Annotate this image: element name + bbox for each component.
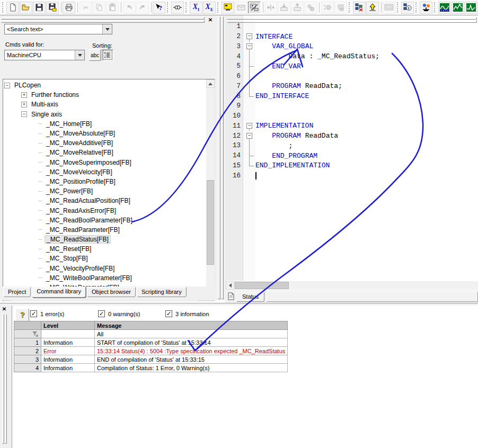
tree-leaf[interactable]: _MC_Reset[FB] — [4, 244, 206, 254]
tab-status[interactable]: Status — [236, 292, 264, 302]
tree-leaf[interactable]: _MC_MoveRelative[FB] — [4, 148, 206, 157]
toolbar-grip[interactable] — [185, 2, 188, 13]
commissioning-icon[interactable] — [420, 2, 432, 14]
new-document-icon[interactable] — [6, 2, 19, 14]
scrollbar-thumb[interactable] — [207, 180, 214, 265]
help-button[interactable]: ? — [15, 309, 29, 321]
assign-target-icon[interactable] — [334, 2, 347, 14]
expand-icon[interactable]: + — [21, 92, 27, 98]
search-combo[interactable]: <Search text> — [4, 24, 112, 34]
trace-1-icon[interactable] — [438, 2, 451, 14]
variable-xi-icon[interactable]: XI — [190, 2, 202, 14]
open-project-icon[interactable] — [20, 2, 32, 14]
tab-command-library[interactable]: Command library — [32, 286, 86, 298]
save-compile-icon[interactable] — [46, 2, 59, 14]
toolbar-grip[interactable] — [415, 2, 418, 13]
tab-project[interactable]: Project — [3, 287, 31, 297]
st-code-editor[interactable]: 1 2INTERFACE 3 VAR_GLOBAL 4 Data : _MC_R… — [226, 15, 478, 281]
copy-icon[interactable] — [93, 2, 105, 14]
table-row[interactable]: 4 Information Compilation of Status: 1 E… — [14, 364, 288, 372]
tree-leaf[interactable]: _MC_Power[FB] — [4, 186, 206, 196]
monitor-screen-icon[interactable] — [383, 2, 395, 14]
download-target-icon[interactable] — [278, 2, 290, 14]
filter-level-cell[interactable] — [41, 330, 95, 338]
fold-collapse-icon[interactable] — [244, 131, 255, 141]
tree-node-multi-axis[interactable]: + Multi-axis — [4, 100, 206, 109]
expand-icon[interactable]: + — [21, 102, 27, 107]
fold-collapse-icon[interactable] — [244, 121, 255, 131]
toolbar-grip[interactable] — [349, 2, 351, 13]
filter-information[interactable]: ✓ 3 information — [165, 310, 209, 317]
tree-leaf[interactable]: _MC_Home[FB] — [4, 119, 206, 129]
target-system-offline-icon[interactable] — [248, 2, 261, 14]
toolbar-grip[interactable] — [397, 2, 400, 13]
tree-node-single-axis[interactable]: − Single axis — [4, 110, 206, 119]
panel-splitter[interactable] — [216, 15, 226, 300]
object-state-icon[interactable] — [321, 2, 334, 14]
sort-alphabetical-button[interactable]: abc — [89, 49, 101, 61]
tab-object-browser[interactable]: Object browser — [87, 287, 136, 297]
trace-3-icon[interactable] — [465, 2, 477, 14]
paste-icon[interactable] — [106, 2, 119, 14]
context-help-icon[interactable]: ? — [153, 2, 165, 14]
device-combo[interactable]: MachineCPU — [4, 50, 85, 60]
tree-leaf[interactable]: _MC_MoveSuperimposed[FB] — [4, 158, 206, 167]
information-checkbox[interactable]: ✓ — [165, 310, 172, 317]
compile-check-network-icon[interactable] — [353, 2, 366, 14]
toolbar-grip[interactable] — [2, 2, 5, 13]
scroll-left-icon[interactable] — [226, 281, 234, 290]
table-row[interactable]: 3 Information END of compilation of 'Sta… — [14, 355, 288, 364]
sort-list-button[interactable] — [102, 49, 113, 61]
editor-horizontal-scrollbar[interactable] — [226, 281, 478, 290]
tab-scripting-library[interactable]: Scripting library — [137, 287, 187, 297]
tree-leaf[interactable]: _MC_MoveAbsolute[FB] — [4, 129, 206, 138]
errors-checkbox[interactable]: ✓ — [30, 310, 37, 317]
table-row[interactable]: 1 Information START of compilation of 'S… — [14, 338, 288, 347]
device-run-icon[interactable] — [304, 2, 317, 14]
tree-vertical-scrollbar[interactable] — [206, 79, 215, 301]
filter-message-cell[interactable]: All — [95, 330, 288, 338]
load-to-target-icon[interactable] — [366, 2, 379, 14]
upload-target-icon[interactable] — [291, 2, 304, 14]
tree-leaf[interactable]: _MC_ReadActualPosition[FB] — [4, 196, 206, 205]
tree-leaf[interactable]: _MC_ReadParameter[FB] — [4, 225, 206, 235]
insert-connection-icon[interactable] — [171, 2, 184, 14]
device-combo-dropdown-icon[interactable] — [75, 50, 84, 60]
target-system-yellow-icon[interactable] — [222, 2, 234, 14]
filter-warnings[interactable]: ✓ 0 warning(s) — [98, 310, 140, 317]
close-output-icon[interactable]: ✕ — [1, 306, 7, 312]
tree-leaf[interactable]: _MC_WriteBoolParameter[FB] — [4, 273, 206, 283]
mailbox-icon[interactable] — [235, 2, 247, 14]
tree-leaf[interactable]: _MC_MoveAdditive[FB] — [4, 138, 206, 148]
fold-collapse-icon[interactable] — [244, 42, 255, 52]
tree-leaf[interactable]: _MC_ReadBoolParameter[FB] — [4, 216, 206, 225]
undo-icon[interactable] — [123, 2, 136, 14]
connect-target-icon[interactable] — [264, 2, 277, 14]
tree-leaf[interactable]: _MC_VelocityProfile[FB] — [4, 264, 206, 273]
output-grab-handle[interactable] — [2, 314, 6, 444]
collapse-icon[interactable]: − — [4, 83, 10, 88]
search-combo-dropdown-icon[interactable] — [102, 24, 112, 34]
redo-icon[interactable] — [136, 2, 149, 14]
editor-grab-handle[interactable] — [227, 17, 477, 21]
tree-leaf[interactable]: _MC_MoveVelocity[FB] — [4, 167, 206, 177]
tree-leaf[interactable]: _MC_ReadAxisError[FB] — [4, 205, 206, 215]
scroll-up-icon[interactable] — [206, 79, 215, 88]
network-info-icon[interactable]: i — [401, 2, 414, 14]
save-icon[interactable] — [33, 2, 46, 14]
scrollbar-thumb[interactable] — [235, 282, 289, 289]
toolbar-grip[interactable] — [167, 2, 170, 13]
warnings-checkbox[interactable]: ✓ — [98, 310, 105, 317]
filter-cell[interactable] — [14, 330, 41, 338]
cut-icon[interactable]: ✂ — [79, 2, 92, 14]
close-panel-icon[interactable]: ✕ — [207, 17, 214, 23]
toolbar-grip[interactable] — [434, 2, 437, 13]
trace-2-icon[interactable] — [452, 2, 464, 14]
collapse-icon[interactable]: − — [21, 111, 27, 117]
code-lines[interactable]: 1 2INTERFACE 3 VAR_GLOBAL 4 Data : _MC_R… — [226, 22, 478, 181]
print-icon[interactable] — [63, 2, 75, 14]
toolbar-grip[interactable] — [217, 2, 220, 13]
tree-leaf[interactable]: _MC_Stop[FB] — [4, 254, 206, 263]
table-row-error[interactable]: 2 Error 15:33:14 Status(4) : 5004 :Type … — [14, 347, 288, 355]
tree-node-plcopen[interactable]: − PLCopen — [4, 80, 206, 90]
